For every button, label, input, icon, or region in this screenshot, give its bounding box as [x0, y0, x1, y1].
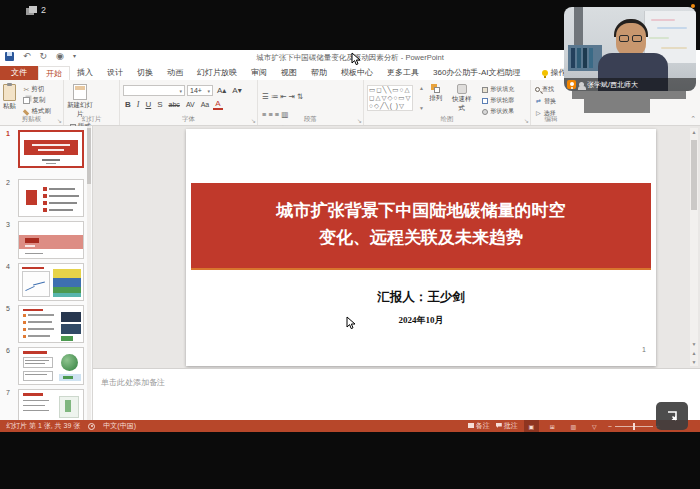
zoom-control: − + — [608, 423, 660, 430]
font-size-select[interactable]: 14+▾ — [187, 85, 213, 96]
paste-icon — [3, 84, 16, 101]
tab-360-assistant[interactable]: 360办公助手-AI文档助理 — [426, 66, 528, 80]
indent-increase-icon[interactable]: ⇥ — [288, 92, 296, 101]
presenter-name[interactable]: 汇报人：王少剑 — [186, 289, 656, 306]
mouse-cursor — [346, 316, 356, 330]
shape-gallery-scroll[interactable]: ▲▼ — [419, 85, 424, 111]
new-slide-button[interactable]: 新建幻灯片 — [67, 82, 93, 119]
zoom-slider-handle[interactable] — [633, 423, 635, 430]
scroll-up-icon[interactable]: ▲ — [690, 128, 698, 136]
copy-button[interactable]: 复制 — [23, 96, 51, 105]
reading-view-button[interactable]: ▥ — [566, 420, 581, 432]
tab-insert[interactable]: 插入 — [70, 66, 100, 80]
slide-canvas-area: 城市扩张背景下中国陆地碳储量的时空 变化、远程关联及未来趋势 汇报人：王少剑 2… — [93, 126, 700, 368]
language-indicator[interactable]: 中文(中国) — [103, 421, 136, 431]
change-case-button[interactable]: Aa — [199, 99, 212, 110]
slide-thumbnail-4[interactable] — [18, 263, 84, 301]
participant-name: 张学斌/西北师大 — [587, 80, 638, 90]
indent-decrease-icon[interactable]: ⇤ — [279, 92, 287, 101]
scroll-down-icon[interactable]: ▼ — [690, 340, 698, 348]
slide-thumbnail-2[interactable] — [18, 179, 84, 217]
font-color-button[interactable]: A — [213, 99, 222, 110]
previous-slide-icon[interactable]: ▲ — [690, 349, 698, 357]
copy-icon — [23, 97, 30, 104]
scissors-icon: ✂ — [23, 86, 29, 93]
annotation-tool-button[interactable] — [656, 402, 688, 430]
person-icon — [579, 82, 584, 87]
slide-sorter-view-button[interactable]: ⊞ — [545, 420, 560, 432]
shape-outline-button[interactable]: 形状轮廓 — [482, 96, 514, 105]
tab-design[interactable]: 设计 — [100, 66, 130, 80]
dialog-launcher-icon[interactable]: ↘ — [524, 118, 529, 124]
slide-title-banner[interactable]: 城市扩张背景下中国陆地碳储量的时空 变化、远程关联及未来趋势 — [191, 183, 651, 270]
tab-help[interactable]: 帮助 — [304, 66, 334, 80]
strikethrough-button[interactable]: abc — [167, 99, 182, 110]
thumb-number: 7 — [6, 389, 16, 396]
slide-title-line2: 变化、远程关联及未来趋势 — [191, 224, 651, 251]
collapse-ribbon-icon[interactable]: ⌃ — [690, 115, 696, 123]
recording-indicator-dot — [691, 4, 695, 8]
slideshow-view-button[interactable]: ▽ — [587, 420, 602, 432]
char-spacing-button[interactable]: AV — [184, 99, 197, 110]
shape-row-icons: ○◇╱╲( )▽ — [369, 102, 411, 110]
replace-label: 替换 — [544, 97, 556, 106]
dialog-launcher-icon[interactable]: ↘ — [251, 118, 256, 124]
tab-view[interactable]: 视图 — [274, 66, 304, 80]
bullets-icon[interactable]: ☰ — [261, 92, 270, 101]
slide-thumbnail-7[interactable] — [18, 389, 84, 420]
slide-date[interactable]: 2024年10月 — [186, 314, 656, 327]
shadow-button[interactable]: S — [155, 99, 164, 110]
slide-thumbnail-1[interactable] — [18, 130, 84, 168]
comments-toggle-button[interactable]: 批注 — [496, 421, 518, 431]
find-button[interactable]: 查找 — [535, 85, 556, 94]
shrink-font-button[interactable]: A▾ — [230, 85, 243, 96]
tab-review[interactable]: 审阅 — [244, 66, 274, 80]
font-name-select[interactable]: ▾ — [123, 85, 185, 96]
shape-effects-icon — [482, 109, 488, 115]
chevron-down-icon: ▾ — [207, 88, 210, 94]
slide-thumbnail-6[interactable] — [18, 347, 84, 385]
replace-button[interactable]: ⇄替换 — [535, 96, 556, 106]
line-spacing-icon[interactable]: ⇅ — [296, 92, 304, 101]
normal-view-button[interactable]: ▣ — [524, 420, 539, 432]
tab-more-tools[interactable]: 更多工具 — [380, 66, 426, 80]
shape-gallery[interactable]: ▭◻╲╲▭○△ ◻△▽◇○▭▽ ○◇╱╲( )▽ — [367, 85, 413, 111]
paste-button[interactable]: 粘贴 — [3, 82, 16, 111]
tab-template-center[interactable]: 模板中心 — [334, 66, 380, 80]
tab-file[interactable]: 文件 — [0, 66, 38, 80]
tab-transitions[interactable]: 切换 — [130, 66, 160, 80]
bold-button[interactable]: B — [123, 99, 133, 110]
quick-styles-button[interactable]: 快速样式 — [450, 82, 474, 113]
next-slide-icon[interactable]: ▼ — [690, 358, 698, 366]
dialog-launcher-icon[interactable]: ↘ — [57, 118, 62, 124]
dialog-launcher-icon[interactable]: ↘ — [357, 118, 362, 124]
italic-button[interactable]: I — [135, 99, 142, 110]
arrange-button[interactable]: 排列 — [429, 82, 442, 103]
notes-toggle-button[interactable]: 备注 — [468, 421, 490, 431]
shape-fill-button[interactable]: 形状填充 — [482, 85, 514, 94]
shape-fill-label: 形状填充 — [490, 85, 514, 94]
tab-home[interactable]: 开始 — [38, 66, 70, 80]
underline-button[interactable]: U — [143, 99, 153, 110]
slide-thumbnail-5[interactable] — [18, 305, 84, 343]
cut-button[interactable]: ✂剪切 — [23, 85, 51, 94]
notes-pane[interactable]: 单击此处添加备注 — [93, 368, 700, 420]
window-stack-icon — [26, 6, 37, 15]
webcam-video[interactable]: 张学斌/西北师大 — [564, 7, 696, 91]
current-slide[interactable]: 城市扩张背景下中国陆地碳储量的时空 变化、远程关联及未来趋势 汇报人：王少剑 2… — [186, 129, 656, 366]
zoom-slider[interactable] — [615, 426, 653, 427]
grow-font-button[interactable]: A▴ — [215, 85, 228, 96]
numbering-icon[interactable]: ≔ — [270, 92, 280, 101]
tab-animations[interactable]: 动画 — [160, 66, 190, 80]
zoom-out-icon[interactable]: − — [608, 423, 612, 430]
slide-thumbnail-3[interactable] — [18, 221, 84, 259]
shared-screen: 2 ↶ ↻ ◉ ▾ 城市扩张下中国碳储量变化及驱动因素分析 - PowerPoi… — [0, 0, 700, 489]
share-window-badge[interactable]: 2 — [26, 5, 46, 15]
scrollbar-thumb[interactable] — [87, 128, 91, 184]
scrollbar-thumb[interactable] — [691, 140, 697, 210]
group-slides: 新建幻灯片 版式 重置 节 幻灯片 — [64, 80, 120, 125]
slide-scrollbar[interactable]: ▲ ▼ ▲ ▼ — [690, 128, 698, 366]
thumbnail-scrollbar[interactable] — [87, 126, 91, 420]
tab-slideshow[interactable]: 幻灯片放映 — [190, 66, 244, 80]
accessibility-icon[interactable] — [88, 423, 95, 430]
